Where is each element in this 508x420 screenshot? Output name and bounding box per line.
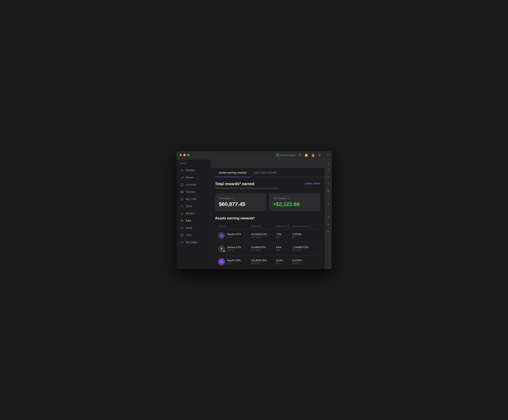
main-layout: MENU Portfolio Market [177, 159, 332, 269]
my-ledger-icon [180, 240, 184, 244]
svg-point-14 [182, 242, 182, 243]
sidebar-item-discover[interactable]: Discover [177, 188, 210, 195]
sync-status: Synchronized [276, 153, 295, 157]
svg-rect-3 [181, 191, 182, 192]
stat-card-rewards: Total rewards i +$2,122.69 [269, 193, 320, 211]
video-icon[interactable]: ▣ [326, 188, 331, 193]
content-body: Total rewards* earned Total rewards earn… [211, 177, 325, 269]
svg-rect-12 [181, 234, 183, 236]
sidebar-item-earn[interactable]: Earn [177, 217, 210, 224]
app-window: Synchronized 👁 🔔 🔒 ⚙ ? MENU Portfolio [177, 151, 332, 269]
sidebar-item-swap[interactable]: Swap [177, 224, 210, 232]
battery-icon[interactable]: ▬ [326, 229, 331, 233]
card-icon [180, 233, 184, 237]
close-button[interactable] [180, 154, 182, 156]
rewards-info-icon[interactable]: i [287, 197, 290, 200]
chevron-down-icon[interactable]: ▼ [326, 222, 331, 227]
sidebar-item-accounts[interactable]: Accounts [177, 181, 210, 188]
minimize-button[interactable] [183, 154, 186, 156]
bell-icon[interactable]: 🔔 [304, 153, 308, 157]
rewards-subtitle: Total rewards earned to date including r… [215, 187, 280, 189]
sidebar-item-buy-sell[interactable]: Buy / Sell [177, 195, 210, 203]
broadcast-icon[interactable]: ◈ [326, 202, 331, 206]
staked-label: Total staked i [219, 197, 262, 200]
rewards-earned-info-icon[interactable]: i [308, 225, 311, 227]
svg-rect-0 [181, 184, 183, 185]
table-row[interactable]: ◎ Sarah's SOL SOL 101.6534 SOL $3,049.61… [215, 255, 320, 268]
sidebar-item-receive[interactable]: Receive [177, 210, 210, 217]
account-name: Sarah's SOL [227, 259, 241, 262]
col-header-staked: Staked i [251, 225, 276, 227]
table-row[interactable]: S ✓ Johns's ETH STETH 5.23456 ETH $7,328… [215, 242, 320, 255]
sidebar-item-portfolio[interactable]: Portfolio [177, 167, 210, 174]
lock-icon[interactable]: 🔒 [311, 153, 315, 157]
help-icon[interactable]: ? [327, 153, 329, 157]
table-row[interactable]: ◈ Sarah's ETH ETH 33.26355 ETH $46,568.9… [215, 229, 320, 242]
my-ledger-label: My Ledger [186, 241, 198, 244]
receive-icon [180, 212, 184, 215]
svg-rect-5 [181, 192, 182, 193]
account-type: SOL [227, 262, 241, 264]
account-name: Johns's ETH [227, 246, 241, 249]
send-label: Send [186, 205, 192, 208]
portfolio-label: Portfolio [186, 169, 195, 172]
cancel-icon[interactable]: ⊘ [326, 174, 331, 179]
chevron-up-icon[interactable]: ▲ [326, 161, 331, 165]
sol-avatar: ◎ [218, 258, 225, 265]
account-info-johns: Johns's ETH STETH [227, 246, 241, 251]
tab-earn-more[interactable]: Earn more rewards [250, 168, 280, 177]
plus-icon[interactable]: + [326, 209, 331, 213]
rewards-earned-cell-1: 1.234567 ETH $1,728.40 [293, 246, 317, 251]
grid-icon[interactable]: # [326, 181, 331, 186]
swap-icon [180, 226, 184, 230]
staked-info-icon[interactable]: i [232, 197, 235, 200]
staked-cell-0: 33.26355 ETH $46,568.96 [251, 233, 276, 238]
traffic-lights [180, 154, 189, 156]
account-info-sol: Sarah's SOL SOL [227, 259, 241, 264]
sidebar-item-send[interactable]: Send [177, 203, 210, 210]
menu-label: MENU [177, 162, 210, 167]
account-cell-sarahs-sol: ◎ Sarah's SOL SOL [218, 258, 251, 265]
accounts-label: Accounts [186, 183, 196, 186]
svg-rect-6 [182, 192, 183, 193]
account-cell-johns-eth: S ✓ Johns's ETH STETH [218, 245, 251, 252]
staked-col-info-icon[interactable]: i [258, 225, 261, 227]
rewards-label: Total rewards i [273, 197, 317, 200]
title-bar: Synchronized 👁 🔔 🔒 ⚙ ? [177, 151, 332, 159]
earn-label: Earn [186, 219, 191, 222]
settings-right-icon[interactable]: ⚙ [326, 168, 331, 172]
sidebar-item-my-ledger[interactable]: My Ledger [177, 239, 210, 246]
steth-badge: ✓ [223, 250, 225, 253]
rewards-pct-cell-2: 16.9% APY [276, 259, 292, 264]
swap-label: Swap [186, 226, 192, 229]
tab-assets-earning[interactable]: Assets earning rewards [215, 168, 250, 177]
rewards-pct-info-icon[interactable]: i [287, 225, 290, 227]
table-header: Account Staked i Rewards % i Rewards ear… [215, 223, 320, 229]
tabs-container: Assets earning rewards Earn more rewards [211, 168, 325, 177]
rewards-title: Total rewards* earned [215, 182, 280, 186]
sidebar-item-market[interactable]: Market [177, 174, 210, 181]
col-header-rewards-pct: Rewards % i [276, 225, 292, 227]
title-bar-actions: Synchronized 👁 🔔 🔒 ⚙ ? [276, 153, 329, 157]
svg-rect-4 [182, 191, 183, 192]
sync-icon [276, 153, 279, 157]
flag-icon[interactable]: ⚑ [326, 215, 331, 220]
market-icon [180, 176, 184, 179]
learn-more-button[interactable]: Learn more [305, 182, 320, 185]
market-label: Market [186, 176, 193, 179]
settings-icon[interactable]: ⚙ [318, 153, 321, 157]
staked-cell-1: 5.23456 ETH $7,328.39 [251, 246, 276, 251]
maximize-button[interactable] [187, 154, 189, 156]
sidebar-item-card[interactable]: Card [177, 232, 210, 239]
menu-icon[interactable]: ≡ [326, 195, 331, 200]
rewards-pct-cell-0: 7.4% APR [276, 233, 292, 238]
eye-icon[interactable]: 👁 [298, 153, 302, 157]
buy-sell-icon [180, 197, 184, 201]
sync-label: Synchronized [280, 154, 295, 157]
steth-avatar-wrapper: S ✓ [218, 245, 225, 252]
account-cell-sarahs-eth: ◈ Sarah's ETH ETH [218, 232, 251, 239]
earn-icon [180, 219, 184, 222]
card-label: Card [186, 233, 191, 236]
rewards-pct-cell-1: 4.6% APR [276, 246, 292, 251]
discover-icon [180, 190, 184, 194]
